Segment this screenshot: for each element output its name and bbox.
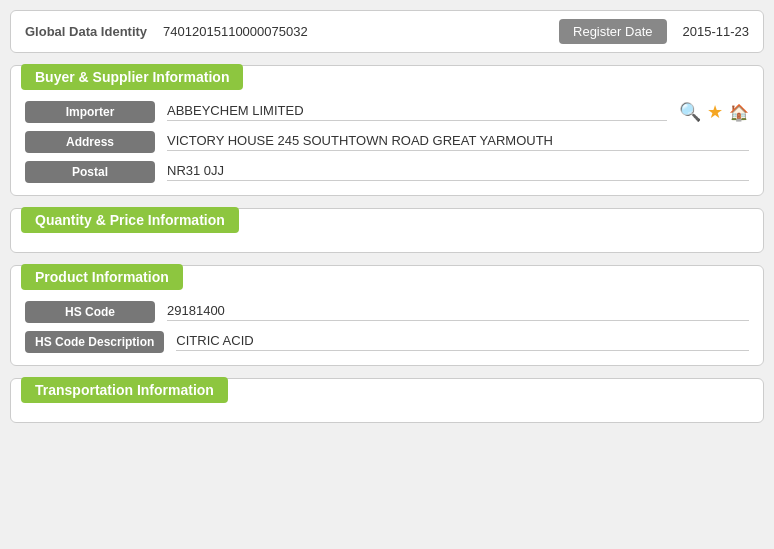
transportation-header: Transportation Information xyxy=(21,377,228,403)
hs-code-label: HS Code xyxy=(25,301,155,323)
product-info-section: Product Information HS Code 29181400 HS … xyxy=(10,265,764,366)
home-icon[interactable]: 🏠 xyxy=(729,103,749,122)
importer-icon-group: 🔍 ★ 🏠 xyxy=(679,101,749,123)
transportation-section: Transportation Information xyxy=(10,378,764,423)
hs-code-description-row: HS Code Description CITRIC ACID xyxy=(25,331,749,353)
postal-value: NR31 0JJ xyxy=(167,163,749,181)
hs-code-value: 29181400 xyxy=(167,303,749,321)
address-value: VICTORY HOUSE 245 SOUTHTOWN ROAD GREAT Y… xyxy=(167,133,749,151)
register-date-value: 2015-11-23 xyxy=(683,24,750,39)
hs-code-row: HS Code 29181400 xyxy=(25,301,749,323)
product-info-header: Product Information xyxy=(21,264,183,290)
quantity-price-section: Quantity & Price Information xyxy=(10,208,764,253)
buyer-supplier-header: Buyer & Supplier Information xyxy=(21,64,243,90)
importer-label: Importer xyxy=(25,101,155,123)
quantity-price-body xyxy=(11,234,763,252)
product-info-body: HS Code 29181400 HS Code Description CIT… xyxy=(11,291,763,365)
buyer-supplier-body: Importer ABBEYCHEM LIMITED 🔍 ★ 🏠 Address… xyxy=(11,91,763,195)
postal-row: Postal NR31 0JJ xyxy=(25,161,749,183)
postal-label: Postal xyxy=(25,161,155,183)
global-data-identity-label: Global Data Identity xyxy=(25,24,147,39)
search-icon[interactable]: 🔍 xyxy=(679,101,701,123)
buyer-supplier-section: Buyer & Supplier Information Importer AB… xyxy=(10,65,764,196)
importer-value: ABBEYCHEM LIMITED xyxy=(167,103,667,121)
hs-code-description-value: CITRIC ACID xyxy=(176,333,749,351)
register-date-button[interactable]: Register Date xyxy=(559,19,666,44)
address-row: Address VICTORY HOUSE 245 SOUTHTOWN ROAD… xyxy=(25,131,749,153)
importer-row: Importer ABBEYCHEM LIMITED 🔍 ★ 🏠 xyxy=(25,101,749,123)
global-data-identity-value: 74012015110000075032 xyxy=(163,24,308,39)
address-label: Address xyxy=(25,131,155,153)
star-icon[interactable]: ★ xyxy=(707,101,723,123)
global-bar: Global Data Identity 7401201511000007503… xyxy=(10,10,764,53)
quantity-price-header: Quantity & Price Information xyxy=(21,207,239,233)
transportation-body xyxy=(11,404,763,422)
hs-code-description-label: HS Code Description xyxy=(25,331,164,353)
page-wrapper: Global Data Identity 7401201511000007503… xyxy=(10,10,764,423)
